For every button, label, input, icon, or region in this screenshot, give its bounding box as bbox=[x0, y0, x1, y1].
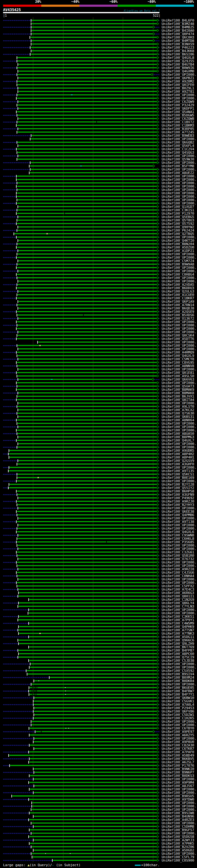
hit-start-tick bbox=[17, 503, 17, 506]
hit-end-arrow-icon bbox=[157, 848, 159, 852]
hit-start-tick bbox=[16, 439, 17, 442]
hit-start-tick bbox=[31, 29, 31, 32]
hit-end-arrow-icon bbox=[157, 337, 159, 340]
alignment-break-mark bbox=[64, 213, 65, 214]
hit-end-arrow-icon bbox=[157, 445, 159, 448]
hit-start-tick bbox=[18, 568, 18, 570]
hit-start-tick bbox=[18, 605, 18, 608]
hit-end-arrow-icon bbox=[157, 374, 159, 377]
hit-start-tick bbox=[34, 680, 34, 682]
hit-bar bbox=[19, 250, 157, 251]
hit-end-arrow-icon bbox=[157, 822, 159, 825]
hit-start-tick bbox=[17, 182, 17, 184]
hit-bar bbox=[18, 209, 157, 211]
alignment-overview: AV435425 AlignView.pm Beta rel.7 |1 522|… bbox=[0, 0, 197, 868]
hit-end-arrow-icon bbox=[157, 662, 159, 665]
hit-bar bbox=[18, 84, 157, 85]
hit-bar bbox=[17, 125, 157, 126]
hit-bar bbox=[17, 562, 157, 563]
hit-start-tick bbox=[18, 70, 18, 73]
hit-start-tick bbox=[16, 327, 17, 330]
subject-gap-dash-icon: - bbox=[52, 863, 54, 867]
hit-end-arrow-icon bbox=[157, 754, 159, 757]
hit-start-tick bbox=[34, 784, 34, 787]
hit-bar bbox=[18, 189, 157, 190]
hit-start-tick bbox=[17, 66, 17, 69]
hit-end-arrow-icon bbox=[157, 842, 159, 845]
hit-end-arrow-icon bbox=[157, 381, 159, 384]
hit-bar bbox=[18, 264, 157, 265]
identity-scale-segment bbox=[118, 5, 156, 7]
hit-end-arrow-icon bbox=[157, 595, 159, 598]
hit-end-arrow-icon bbox=[157, 838, 159, 841]
hit-start-tick bbox=[29, 734, 30, 737]
hit-end-arrow-icon bbox=[157, 781, 159, 784]
hit-bar bbox=[18, 94, 157, 95]
hit-bar bbox=[34, 792, 157, 793]
hit-end-arrow-icon bbox=[157, 384, 159, 388]
hit-start-tick bbox=[16, 338, 17, 340]
hit-start-tick bbox=[17, 198, 17, 202]
hit-start-tick bbox=[16, 371, 17, 374]
identity-scale-segment bbox=[79, 5, 118, 7]
hit-bar bbox=[19, 70, 157, 72]
hit-start-tick bbox=[18, 226, 18, 228]
hit-end-arrow-icon bbox=[157, 493, 159, 496]
hit-end-arrow-icon bbox=[157, 591, 159, 594]
identity-scale-tick-label: ~40% bbox=[71, 0, 80, 3]
hit-start-tick bbox=[16, 246, 17, 249]
hit-bar bbox=[19, 226, 157, 227]
hit-end-arrow-icon bbox=[157, 103, 159, 106]
hit-start-tick bbox=[16, 361, 17, 364]
hit-end-arrow-icon bbox=[157, 744, 159, 747]
hit-end-arrow-icon bbox=[157, 42, 159, 45]
hit-start-tick bbox=[18, 100, 18, 103]
hit-end-arrow-icon bbox=[157, 706, 159, 709]
hit-bar bbox=[17, 362, 157, 363]
alignment-dot-mark bbox=[70, 853, 70, 854]
hit-end-arrow-icon bbox=[157, 310, 159, 313]
hit-start-tick bbox=[33, 849, 34, 852]
hit-end-arrow-icon bbox=[157, 432, 159, 435]
hit-bar bbox=[18, 463, 157, 465]
hit-start-tick bbox=[33, 703, 34, 706]
hit-bar bbox=[19, 318, 157, 319]
hit-end-arrow-icon bbox=[157, 97, 159, 100]
hit-end-arrow-icon bbox=[157, 127, 159, 130]
hit-end-arrow-icon bbox=[153, 26, 155, 29]
hit-start-tick bbox=[18, 127, 18, 130]
hit-bar bbox=[19, 270, 157, 272]
hit-bar bbox=[30, 687, 157, 688]
hit-start-tick bbox=[26, 670, 27, 672]
hit-end-arrow-icon bbox=[157, 659, 159, 662]
hit-end-arrow-icon bbox=[157, 510, 159, 513]
hit-end-arrow-icon bbox=[157, 80, 159, 83]
hit-bar bbox=[30, 727, 157, 729]
hit-start-tick bbox=[18, 317, 18, 320]
hit-start-tick bbox=[33, 700, 34, 703]
alignment-break-mark bbox=[41, 731, 41, 732]
hit-end-arrow-icon bbox=[157, 456, 159, 459]
query-gap-mark bbox=[37, 477, 39, 478]
hit-end-arrow-icon bbox=[157, 737, 159, 740]
alignment-dot-mark bbox=[38, 680, 39, 681]
hit-end-arrow-icon bbox=[157, 259, 159, 262]
hit-bar bbox=[34, 849, 157, 851]
hit-start-tick bbox=[8, 487, 9, 489]
hit-start-tick bbox=[9, 483, 9, 486]
hit-end-arrow-icon bbox=[157, 134, 159, 137]
hit-end-arrow-icon bbox=[152, 378, 155, 381]
hit-bar bbox=[28, 673, 157, 675]
hit-start-tick bbox=[18, 270, 18, 273]
hit-start-tick bbox=[18, 239, 18, 242]
hit-bar bbox=[17, 511, 157, 512]
hit-end-arrow-icon bbox=[157, 740, 159, 743]
hit-bar bbox=[19, 392, 157, 394]
hit-bar bbox=[19, 280, 157, 282]
hit-end-arrow-icon bbox=[157, 232, 159, 235]
hit-bar bbox=[17, 298, 157, 299]
hit-end-arrow-icon bbox=[157, 649, 159, 652]
hit-bar bbox=[29, 762, 157, 763]
hit-start-tick bbox=[16, 273, 17, 276]
hit-end-arrow-icon bbox=[157, 723, 159, 726]
